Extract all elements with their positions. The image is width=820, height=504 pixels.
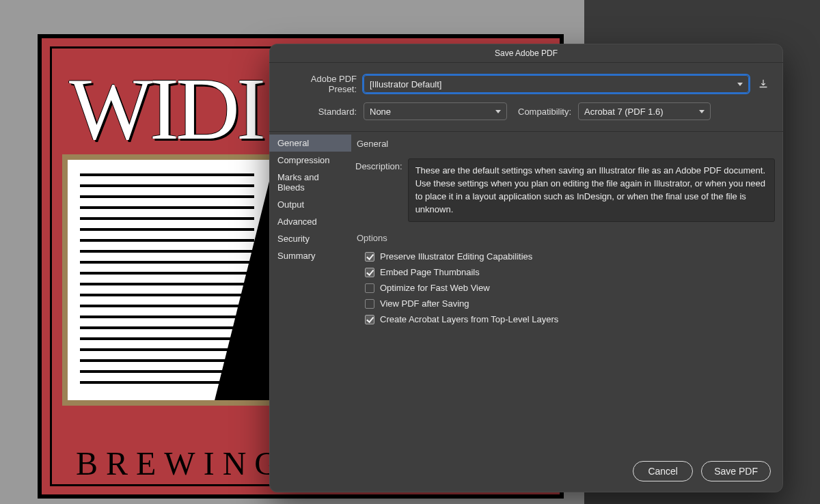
checkbox-icon (365, 299, 374, 309)
checkbox-icon (365, 283, 374, 293)
sidebar-item-advanced[interactable]: Advanced (269, 213, 351, 230)
option-create-acrobat-layers-from-top-level-layers[interactable]: Create Acrobat Layers from Top-Level Lay… (355, 311, 775, 327)
options-label: Options (357, 233, 775, 243)
chevron-down-icon (737, 83, 743, 86)
description-text: These are the default settings when savi… (408, 158, 775, 222)
preset-label: Adobe PDF Preset: (282, 74, 357, 94)
sidebar-item-security[interactable]: Security (269, 230, 351, 247)
checkbox-icon (365, 315, 374, 324)
sidebar: GeneralCompressionMarks and BleedsOutput… (269, 132, 351, 451)
dialog-title: Save Adobe PDF (269, 44, 783, 63)
art-text-top: WIDI (69, 57, 262, 160)
standard-label: Standard: (282, 107, 357, 117)
standard-dropdown[interactable]: None (364, 102, 507, 120)
preset-dropdown[interactable]: [Illustrator Default] (364, 75, 749, 93)
dialog-footer: Cancel Save PDF (269, 451, 783, 492)
sidebar-item-general[interactable]: General (269, 135, 351, 152)
sidebar-item-summary[interactable]: Summary (269, 247, 351, 264)
option-label: Optimize for Fast Web View (380, 283, 490, 293)
sidebar-item-marks-and-bleeds[interactable]: Marks and Bleeds (269, 169, 351, 196)
save-preset-icon[interactable] (756, 76, 771, 92)
options-list: Preserve Illustrator Editing Capabilitie… (355, 249, 775, 327)
option-preserve-illustrator-editing-capabilities[interactable]: Preserve Illustrator Editing Capabilitie… (355, 249, 775, 264)
panel-content: General Description: These are the defau… (351, 132, 783, 451)
standard-value: None (370, 107, 391, 117)
compat-value: Acrobat 7 (PDF 1.6) (584, 107, 664, 117)
option-optimize-for-fast-web-view[interactable]: Optimize for Fast Web View (355, 280, 775, 296)
chevron-down-icon (699, 110, 705, 113)
compat-dropdown[interactable]: Acrobat 7 (PDF 1.6) (578, 102, 711, 120)
save-pdf-button[interactable]: Save PDF (701, 461, 771, 481)
cancel-button[interactable]: Cancel (633, 461, 693, 481)
option-embed-page-thumbnails[interactable]: Embed Page Thumbnails (355, 264, 775, 280)
description-label: Description: (355, 158, 402, 171)
checkbox-icon (365, 268, 374, 277)
option-label: Create Acrobat Layers from Top-Level Lay… (380, 314, 558, 324)
dialog-top-controls: Adobe PDF Preset: [Illustrator Default] … (269, 63, 783, 131)
checkbox-icon (365, 252, 374, 262)
panel-heading: General (357, 139, 775, 149)
option-label: View PDF after Saving (380, 298, 469, 309)
preset-value: [Illustrator Default] (370, 79, 442, 89)
compat-label: Compatibility: (518, 107, 571, 117)
option-label: Preserve Illustrator Editing Capabilitie… (380, 251, 532, 262)
option-view-pdf-after-saving[interactable]: View PDF after Saving (355, 296, 775, 311)
sidebar-item-output[interactable]: Output (269, 196, 351, 213)
sidebar-item-compression[interactable]: Compression (269, 152, 351, 169)
chevron-down-icon (495, 110, 501, 113)
save-pdf-dialog: Save Adobe PDF Adobe PDF Preset: [Illust… (269, 44, 783, 492)
option-label: Embed Page Thumbnails (380, 267, 480, 277)
